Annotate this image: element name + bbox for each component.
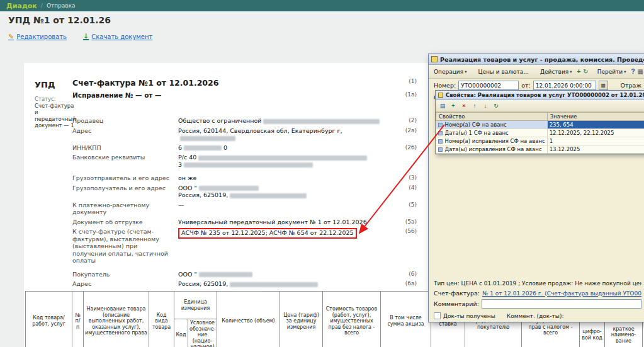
add-icon[interactable]: +	[576, 66, 581, 77]
download-label: Скачать документ	[91, 33, 152, 40]
breadcrumb-separator: /	[41, 3, 43, 9]
download-button[interactable]: ↓ Скачать документ	[83, 33, 152, 40]
onec-window-title: Реализация товаров и услуг - продажа, ко…	[440, 56, 644, 63]
docs-received-label: Док-ты получены	[443, 313, 495, 319]
redacted-text	[184, 145, 222, 151]
field-seller-address: Адрес Россия, 620144, Свердловская обл, …	[72, 127, 417, 142]
col-header: В том числе сумма акциза	[381, 292, 431, 347]
col-header-property: Свойство	[436, 113, 548, 121]
calendar-icon[interactable]: ▦	[599, 81, 608, 90]
col-header: Код вида товара	[149, 292, 174, 347]
document-window-icon	[431, 56, 438, 62]
redacted-text	[199, 186, 259, 191]
refresh-icon[interactable]: ↻	[582, 66, 589, 77]
redacted-text	[198, 156, 367, 161]
dialog-titlebar[interactable]: Свойства: Реализация товаров и услуг УТО…	[436, 91, 644, 100]
col-header: № п/п	[72, 292, 84, 347]
comment-input[interactable]	[482, 299, 641, 309]
status-label: Статус:	[35, 96, 76, 103]
chevron-down-icon: ▾	[624, 69, 626, 74]
edit-label: Редактировать	[16, 33, 67, 40]
redacted-text	[199, 272, 252, 277]
field-consignee: Грузополучатель и его адрес ООО " Россия…	[72, 185, 417, 199]
comment-label: Комментарий:	[434, 300, 479, 307]
invoice-label: Счет-фактура:	[434, 290, 480, 297]
document-header: Счет-фактура №1 от 12.01.2026 (1) Исправ…	[72, 78, 417, 99]
operation-menu-button[interactable]: Операция▾	[431, 67, 470, 76]
col-header: Цена (тариф) за единицу измерения	[280, 292, 323, 347]
delete-icon[interactable]: ×	[459, 101, 469, 111]
aschf-highlight: АСЧФ № 235 от 12.12.2025; АСЧФ № 654 от …	[178, 228, 357, 239]
invoice-link[interactable]: № 1 от 12.01.2026 г. (Счет-фактура выдан…	[482, 290, 641, 297]
onec-titlebar[interactable]: Реализация товаров и услуг - продажа, ко…	[429, 54, 644, 65]
dialog-title: Свойства: Реализация товаров и услуг УТО…	[446, 92, 644, 98]
property-icon	[438, 139, 443, 144]
actions-menu-button[interactable]: Действия▾	[537, 67, 575, 76]
redacted-text	[230, 193, 307, 198]
field-seller: Продавец Общество с ограниченной (2)	[72, 117, 417, 125]
property-icon	[438, 131, 443, 135]
cropped-label: Отраж	[621, 82, 641, 89]
field-seller-bank: Банковские реквизиты Р/с 40 3	[72, 154, 417, 168]
number-input[interactable]	[458, 81, 519, 90]
invoice-line: Счет-фактура: № 1 от 12.01.2026 г. (Счет…	[434, 290, 641, 297]
document-actions: ✎ Редактировать ↓ Скачать документ	[8, 33, 152, 41]
field-buyer: Покупатель ООО " (6)	[72, 271, 417, 278]
header-row-number: Номер: от: ▦ Отраж	[429, 79, 644, 91]
edit-button[interactable]: ✎ Редактировать	[8, 33, 67, 41]
col-header: Количество (объем)	[217, 292, 280, 347]
property-row[interactable]: Номер(а) исправления СФ на аванс 1	[436, 137, 644, 145]
redacted-text	[184, 162, 313, 168]
redacted-text	[263, 119, 380, 124]
add-icon[interactable]: +	[448, 101, 458, 111]
breadcrumb-sending[interactable]: Отправка	[47, 3, 76, 9]
line-number: (1)	[394, 78, 417, 88]
correction-line: Исправление № — от —	[72, 91, 394, 99]
number-label: Номер:	[434, 82, 456, 89]
field-buyer-address: Адрес Россия, 625019, (6а)	[72, 280, 417, 288]
topbar: Диадок / Отправка	[0, 0, 644, 11]
page-title: УПД №1 от 12.01.26	[8, 15, 111, 25]
move-up-icon[interactable]: ↑	[470, 101, 480, 111]
col-header: Код	[174, 319, 188, 347]
property-row[interactable]: Номер(а) СФ на аванс 235, 654	[436, 121, 644, 129]
property-row[interactable]: Дата(ы) 1 СФ на аванс 12.12.2025, 22.12.…	[436, 129, 644, 137]
chevron-down-icon: ▾	[570, 69, 572, 74]
comment-line: Комментарий:	[434, 299, 641, 309]
docs-received-checkbox[interactable]	[434, 312, 441, 319]
download-icon: ↓	[83, 33, 89, 40]
properties-table: Свойство Значение Номер(а) СФ на аванс 2…	[436, 112, 644, 154]
chevron-down-icon: ▾	[465, 69, 466, 74]
field-shipment-doc: Документ об отгрузке Универсальный перед…	[72, 219, 417, 226]
col-header: цифро- вой код	[580, 319, 605, 347]
status-block: Статус: Счет-фактура и передаточный доку…	[35, 96, 76, 129]
status-text: Счет-фактура и передаточный документ — 1	[35, 103, 76, 129]
prices-currency-button[interactable]: Цены и валюта...	[475, 67, 532, 76]
col-header: Код товара/ работ, услуг	[26, 292, 72, 347]
line-number: (1а)	[394, 91, 417, 99]
goto-menu-button[interactable]: Перейти▾	[594, 67, 630, 76]
property-icon	[438, 123, 443, 127]
date-label: от:	[521, 82, 531, 89]
help-icon[interactable]: ?	[630, 66, 635, 77]
grid-icon[interactable]: ▦	[637, 66, 644, 77]
diadoc-logo[interactable]: Диадок	[6, 2, 37, 10]
col-header: Стоимость товаров (работ, услуг), имущес…	[323, 292, 381, 347]
docs-comment-label: Коммент. (док-ты):	[507, 313, 564, 319]
invoice-title: Счет-фактура №1 от 12.01.2026	[72, 78, 394, 88]
save-icon[interactable]: ▤	[438, 101, 448, 111]
field-advance-invoices: К счету-фактуре (счетам-фактурам), выста…	[72, 228, 417, 265]
property-row[interactable]: Дата(ы) исправления СФ на аванс 13.12.20…	[436, 145, 644, 154]
price-type-line: Тип цен: ЦЕНА с 01.01.2019 ; Условие про…	[434, 280, 641, 287]
field-consignor: Грузоотправитель и его адрес он же (3)	[72, 174, 417, 182]
refresh-icon[interactable]: ↻	[491, 101, 501, 111]
redacted-text	[230, 282, 318, 287]
date-input[interactable]	[533, 81, 596, 90]
move-down-icon[interactable]: ↓	[480, 101, 490, 111]
onec-window: Реализация товаров и услуг - продажа, ко…	[428, 54, 644, 322]
edit-icon: ✎	[8, 33, 14, 41]
field-seller-inn: ИНН/КПП 60 (2б)	[72, 144, 417, 152]
field-payment-doc: К платежно-расчетному документу — (5)	[72, 202, 417, 216]
col-header: Наименование товара (описание выполненны…	[84, 292, 149, 347]
docs-line: Док-ты получены Коммент. (док-ты):	[434, 312, 641, 319]
